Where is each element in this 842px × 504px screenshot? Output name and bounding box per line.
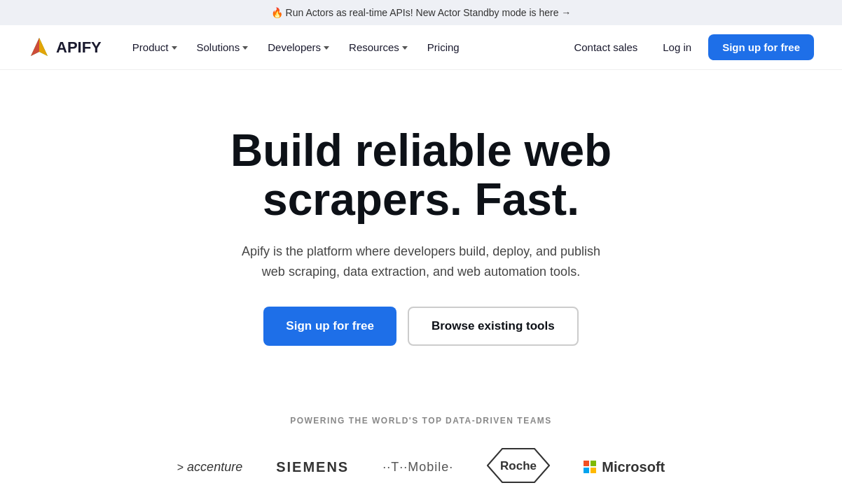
logos-heading: POWERING THE WORLD'S TOP DATA-DRIVEN TEA…: [28, 416, 814, 426]
nav-links: Product Solutions Developers Resources P…: [124, 36, 566, 59]
logos-row-1: > accenture SIEMENS ··T··Mobile· Roche M…: [28, 448, 814, 486]
logo[interactable]: APIFY: [28, 36, 102, 59]
browse-tools-button[interactable]: Browse existing tools: [408, 307, 579, 346]
logos-section: POWERING THE WORLD'S TOP DATA-DRIVEN TEA…: [0, 388, 842, 504]
nav-solutions[interactable]: Solutions: [188, 36, 257, 59]
nav-right: Contact sales Log in Sign up for free: [565, 34, 814, 60]
hero-buttons: Sign up for free Browse existing tools: [120, 307, 722, 346]
hero-headline: Build reliable web scrapers. Fast.: [120, 126, 722, 225]
hero-section: Build reliable web scrapers. Fast. Apify…: [106, 70, 736, 388]
svg-marker-1: [39, 38, 48, 56]
announcement-banner[interactable]: 🔥 Run Actors as real-time APIs! New Acto…: [0, 0, 842, 25]
microsoft-grid-icon: [584, 461, 596, 473]
chevron-down-icon: [172, 46, 177, 50]
nav-developers[interactable]: Developers: [259, 36, 338, 59]
hero-description: Apify is the platform where developers b…: [239, 241, 603, 282]
logo-tmobile: ··T··Mobile·: [382, 460, 453, 475]
logo-icon: [28, 36, 50, 59]
chevron-down-icon: [402, 46, 408, 50]
chevron-down-icon: [242, 46, 248, 50]
logo-siemens: SIEMENS: [276, 459, 349, 475]
nav-pricing[interactable]: Pricing: [419, 36, 468, 59]
svg-text:Roche: Roche: [500, 459, 537, 472]
hero-headline-line2: scrapers. Fast.: [263, 174, 579, 225]
contact-sales-link[interactable]: Contact sales: [565, 36, 646, 59]
chevron-down-icon: [324, 46, 329, 50]
login-button[interactable]: Log in: [654, 36, 700, 59]
logo-accenture: > accenture: [177, 460, 242, 475]
signup-button-nav[interactable]: Sign up for free: [708, 34, 814, 60]
banner-arrow: →: [561, 7, 571, 18]
hero-headline-line1: Build reliable web: [230, 125, 612, 176]
logo-roche: Roche: [487, 448, 550, 486]
nav-resources[interactable]: Resources: [340, 36, 416, 59]
banner-text: Run Actors as real-time APIs! New Actor …: [286, 7, 559, 18]
signup-button-hero[interactable]: Sign up for free: [263, 307, 396, 346]
logo-microsoft: Microsoft: [584, 459, 665, 475]
main-nav: APIFY Product Solutions Developers Resou…: [0, 25, 842, 70]
nav-product[interactable]: Product: [124, 36, 186, 59]
logo-text: APIFY: [56, 38, 102, 57]
svg-marker-2: [31, 38, 39, 56]
banner-emoji: 🔥: [271, 7, 283, 18]
